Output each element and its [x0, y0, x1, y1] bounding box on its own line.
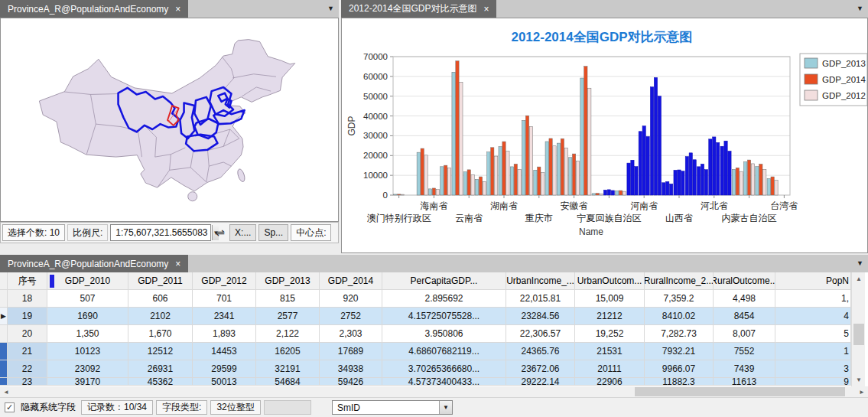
- bar-河南省-GDP_2014[interactable]: [642, 126, 645, 195]
- bar-安徽省-GDP_2012[interactable]: [576, 161, 579, 195]
- bar-青海省-GDP_2014[interactable]: [619, 191, 623, 195]
- table-row-21[interactable]: 2110123125121445316205176894.68607682119…: [0, 343, 851, 360]
- column-header-percapitagdp[interactable]: PerCapitaGDP...: [382, 272, 506, 290]
- map-tablist-dropdown-icon[interactable]: ▼: [327, 5, 334, 12]
- bar-广东省-GDP_2012[interactable]: [460, 82, 463, 195]
- table-cell[interactable]: 4: [775, 308, 851, 325]
- bar-上海市-GDP_2012[interactable]: [424, 155, 427, 195]
- table-cell[interactable]: 19,252: [575, 325, 645, 343]
- x-coordinate-box[interactable]: X:...: [229, 224, 256, 241]
- table-cell[interactable]: 2.895692: [382, 290, 506, 308]
- table-cell[interactable]: 11882.3: [645, 378, 714, 386]
- bar-海南省-GDP_2012[interactable]: [436, 190, 439, 195]
- table-cell[interactable]: 507: [47, 290, 128, 308]
- table-cell[interactable]: 5: [775, 325, 851, 343]
- bar-青海省-GDP_2012[interactable]: [623, 191, 626, 195]
- bar-北京市-GDP_2013[interactable]: [685, 157, 688, 195]
- table-cell[interactable]: 7932.21: [645, 343, 714, 360]
- table-cell[interactable]: 2752: [320, 308, 382, 325]
- table-cell[interactable]: 50013: [193, 378, 256, 386]
- table-cell[interactable]: 17689: [320, 343, 382, 360]
- bar-上海市-GDP_2013[interactable]: [417, 152, 420, 195]
- table-cell[interactable]: 2,303: [320, 325, 382, 343]
- bar-湖南省-GDP_2013[interactable]: [499, 147, 502, 195]
- bar-吉林省-GDP_2014[interactable]: [736, 168, 739, 195]
- scroll-down-icon[interactable]: ▼: [853, 374, 865, 386]
- bar-湖北省-GDP_2013[interactable]: [720, 146, 723, 195]
- chart-tab-close-icon[interactable]: ×: [483, 5, 489, 14]
- bar-黑龙江省-GDP_2014[interactable]: [444, 165, 447, 195]
- bar-河南省-GDP_2012[interactable]: [646, 136, 649, 195]
- bar-内蒙古自治区-GDP_2012[interactable]: [751, 164, 754, 195]
- table-cell[interactable]: 1,350: [47, 325, 128, 343]
- table-cell[interactable]: 10123: [47, 343, 128, 360]
- bar-澳门特别行政区-GDP_2014[interactable]: [397, 194, 400, 195]
- bar-广东省-GDP_2014[interactable]: [456, 61, 459, 195]
- bar-宁夏回族自治区-GDP_2012[interactable]: [611, 191, 614, 195]
- column-header-popn[interactable]: PopN: [775, 272, 851, 290]
- bar-天津市-GDP_2013[interactable]: [697, 167, 700, 195]
- bar-湖北省-GDP_2014[interactable]: [724, 141, 727, 195]
- table-cell[interactable]: 3: [775, 360, 851, 378]
- column-header-gdp2011[interactable]: GDP_2011: [128, 272, 193, 290]
- bar-湖南省-GDP_2014[interactable]: [502, 142, 506, 195]
- table-cell[interactable]: 815: [256, 290, 320, 308]
- bar-贵州省-GDP_2013[interactable]: [475, 179, 478, 195]
- table-cell[interactable]: 26931: [128, 360, 193, 378]
- bar-河北省-GDP_2012[interactable]: [717, 142, 720, 195]
- table-row-19[interactable]: ▶19169021022341257727524.15725075528...2…: [0, 308, 851, 325]
- row-number[interactable]: 22: [8, 360, 47, 378]
- china-map[interactable]: [1, 18, 338, 221]
- bar-新疆维吾尔自治区-GDP_2013[interactable]: [767, 178, 770, 195]
- column-header-[interactable]: 序号: [8, 272, 47, 290]
- row-number[interactable]: 23: [8, 378, 47, 386]
- bar-山西省-GDP_2012[interactable]: [681, 171, 684, 195]
- table-cell[interactable]: 59426: [320, 378, 382, 386]
- bar-宁夏回族自治区-GDP_2013[interactable]: [603, 190, 606, 195]
- bar-内蒙古自治区-GDP_2013[interactable]: [744, 161, 747, 195]
- bar-贵州省-GDP_2012[interactable]: [483, 181, 486, 195]
- bar-山西省-GDP_2014[interactable]: [678, 170, 681, 195]
- table-cell[interactable]: 32191: [256, 360, 320, 378]
- hide-system-fields-checkbox[interactable]: ✓: [5, 402, 15, 412]
- scroll-right-icon[interactable]: ►: [857, 387, 867, 396]
- map-canvas[interactable]: [0, 18, 339, 222]
- gdp-bar-chart[interactable]: 2012-2014全国GDP对比示意图010000200003000040000…: [342, 18, 867, 252]
- table-cell[interactable]: 14453: [193, 343, 256, 360]
- table-cell[interactable]: 4.15725075528...: [382, 308, 506, 325]
- bar-浙江省-GDP_2013[interactable]: [522, 120, 525, 195]
- bar-青海省-GDP_2013[interactable]: [616, 191, 619, 195]
- table-tab-close-icon[interactable]: ×: [175, 259, 180, 269]
- bar-河南省-GDP_2013[interactable]: [639, 132, 642, 195]
- bar-上海市-GDP_2014[interactable]: [421, 148, 424, 195]
- bar-河北省-GDP_2014[interactable]: [713, 137, 716, 195]
- bar-云南省-GDP_2012[interactable]: [471, 174, 474, 195]
- table-cell[interactable]: 7,282.73: [645, 325, 714, 343]
- column-header-ruralincome2[interactable]: RuralIncome_2...: [645, 272, 714, 290]
- bar-宁夏回族自治区-GDP_2014[interactable]: [607, 190, 610, 195]
- bar-天津市-GDP_2012[interactable]: [704, 170, 707, 195]
- table-cell[interactable]: 8454: [714, 308, 775, 325]
- column-header-gdp2012[interactable]: GDP_2012: [193, 272, 256, 290]
- bar-广西壮族自治区-GDP_2012[interactable]: [763, 169, 766, 195]
- bar-山西省-GDP_2013[interactable]: [674, 170, 677, 195]
- sp-box[interactable]: Sp...: [258, 224, 288, 241]
- table-cell[interactable]: 1,670: [128, 325, 193, 343]
- bar-澳门特别行政区-GDP_2013[interactable]: [394, 194, 397, 195]
- bar-四川省-GDP_2012[interactable]: [564, 148, 567, 195]
- bar-陕西省-GDP_2012[interactable]: [635, 167, 638, 195]
- bar-黑龙江省-GDP_2012[interactable]: [447, 168, 450, 195]
- bar-福建省-GDP_2012[interactable]: [495, 156, 498, 195]
- table-cell[interactable]: 39170: [47, 378, 128, 386]
- china-outline[interactable]: [39, 40, 294, 191]
- row-gutter[interactable]: [0, 325, 8, 343]
- column-header-urbanoutcom[interactable]: UrbanOutcom...: [575, 272, 645, 290]
- map-tab[interactable]: ProvinceA_R@PopulationAndEconomy ×: [0, 0, 188, 18]
- table-cell[interactable]: 23284.56: [506, 308, 575, 325]
- bar-云南省-GDP_2013[interactable]: [463, 172, 467, 195]
- row-number[interactable]: 18: [8, 290, 47, 308]
- bar-重庆市-GDP_2013[interactable]: [534, 170, 537, 195]
- chart-tablist-dropdown-icon[interactable]: ▼: [857, 5, 863, 12]
- bar-甘肃省-GDP_2013[interactable]: [662, 183, 665, 195]
- scroll-left-icon[interactable]: ◄: [1, 387, 11, 396]
